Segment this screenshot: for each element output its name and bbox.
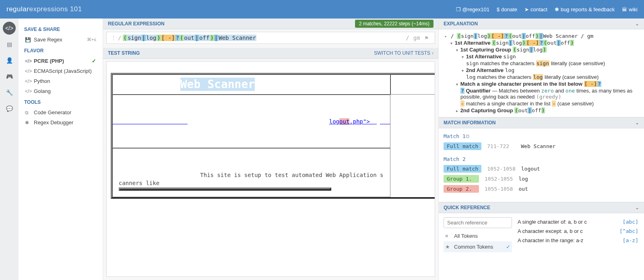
- match-range: 1055-1058: [485, 186, 513, 192]
- tools-header: TOOLS: [24, 99, 97, 105]
- match-range: 1052-1055: [485, 176, 513, 182]
- iconbar-game[interactable]: 🎮: [3, 70, 16, 83]
- check-icon: ✓: [506, 244, 510, 250]
- bug-icon: ✱: [25, 120, 31, 126]
- header-links: ❐@regex101$donate➤contact✱bug reports & …: [456, 6, 638, 12]
- flags-icon[interactable]: ⚑: [423, 35, 431, 41]
- header-link[interactable]: ❐@regex101: [456, 6, 489, 12]
- regex-header: REGULAR EXPRESSION 2 matches, 22222 step…: [103, 19, 438, 29]
- iconbar-editor[interactable]: </>: [3, 22, 16, 35]
- regex-debugger-label: Regex Debugger: [34, 119, 73, 126]
- regex-input-row[interactable]: ⋮ / (sign|log)[ -]?(out|off)|Web Scanner…: [106, 32, 435, 44]
- chevron-down-icon[interactable]: ⌄: [635, 120, 639, 126]
- header-link[interactable]: ✱bug reports & feedback: [555, 6, 615, 12]
- qr-category[interactable]: ≡All Tokens: [444, 231, 512, 241]
- match-info-body: Match 1⧉ Full match711-722Web Scanner Ma…: [439, 128, 644, 197]
- test-string-label: TEST STRING: [108, 50, 140, 56]
- match-range: 1052-1058: [487, 166, 515, 172]
- save-icon: 💾: [25, 37, 31, 43]
- match-badge: Group 1.: [444, 175, 479, 183]
- regex-header-label: REGULAR EXPRESSION: [108, 21, 165, 27]
- iconbar-account[interactable]: 👤: [3, 54, 16, 67]
- match-text: logout: [521, 166, 540, 172]
- chevron-down-icon[interactable]: ⌄: [635, 21, 639, 27]
- code-generator-item[interactable]: ⧉ Code Generator: [24, 107, 97, 117]
- search-reference-input[interactable]: [444, 217, 512, 228]
- flavor-item[interactable]: </>Python: [24, 76, 97, 86]
- iconbar-settings[interactable]: 🔧: [3, 86, 16, 99]
- regex-debugger-item[interactable]: ✱ Regex Debugger: [24, 117, 97, 128]
- logo[interactable]: regularexpressions 101: [6, 5, 82, 13]
- match-row[interactable]: Group 2.1055-1058out: [444, 184, 639, 194]
- explanation-header[interactable]: EXPLANATION ⌄: [439, 19, 644, 29]
- save-shortcut: ⌘+s: [87, 37, 96, 42]
- code-icon: </>: [25, 89, 31, 94]
- save-regex-label: Save Regex: [34, 37, 62, 43]
- match-row[interactable]: Group 1.1052-1055log: [444, 174, 639, 184]
- flavor-item[interactable]: </>PCRE (PHP)✓: [24, 56, 97, 66]
- qr-category[interactable]: ★Common Tokens✓: [444, 241, 512, 252]
- test-string-input[interactable]: Web Scanner Test Site Welcome back Admin…: [106, 61, 435, 277]
- regex-flags[interactable]: gm: [411, 35, 423, 41]
- match-range: 711-722: [487, 143, 515, 149]
- code-icon: </>: [25, 58, 31, 64]
- match-info-header[interactable]: MATCH INFORMATION ⌄: [439, 117, 644, 128]
- regex-pattern-input[interactable]: (sign|log)[ -]?(out|off)|Web Scanner: [123, 35, 404, 41]
- match-text: out: [518, 186, 528, 192]
- link-icon: $: [497, 6, 500, 12]
- app-header: regularexpressions 101 ❐@regex101$donate…: [0, 0, 644, 19]
- regex-menu-icon[interactable]: ⋮: [111, 35, 116, 41]
- header-link[interactable]: $donate: [497, 6, 517, 12]
- save-share-header: SAVE & SHARE: [24, 27, 97, 32]
- check-icon: ✓: [92, 58, 96, 64]
- header-link[interactable]: 🏛wiki: [622, 6, 638, 12]
- header-link[interactable]: ➤contact: [524, 6, 547, 12]
- code-icon: </>: [25, 68, 31, 74]
- logo-part3: 101: [70, 5, 82, 13]
- regex-delimiter-close: /: [404, 35, 411, 41]
- logo-part1: regular: [6, 5, 29, 13]
- match-2-title[interactable]: Match 2: [444, 154, 639, 164]
- category-icon: ≡: [445, 233, 451, 239]
- match-badge: Group 2.: [444, 185, 479, 193]
- right-panel: EXPLANATION ⌄ ▾ / (sign|log)[ -]?(out|of…: [439, 19, 644, 280]
- chevron-down-icon[interactable]: ⌄: [635, 205, 639, 210]
- code-icon: ⧉: [25, 110, 31, 115]
- match-badge: Full match: [444, 142, 481, 150]
- link-icon: ❐: [456, 6, 461, 12]
- regex-delimiter-open: /: [116, 35, 123, 41]
- match-text: log: [518, 176, 528, 182]
- explanation-body: ▾ / (sign|log)[ -]?(out|off)|Web Scanner…: [439, 29, 644, 117]
- logo-part2: expressions: [29, 5, 68, 13]
- sidebar: SAVE & SHARE 💾 Save Regex ⌘+s FLAVOR </>…: [19, 19, 103, 280]
- code-generator-label: Code Generator: [34, 109, 71, 115]
- chevron-right-icon: ›: [432, 50, 433, 56]
- flavor-item[interactable]: </>ECMAScript (JavaScript): [24, 66, 97, 76]
- flavor-item[interactable]: </>Golang: [24, 86, 97, 96]
- link-icon: 🏛: [622, 6, 627, 12]
- iconbar-chat[interactable]: 💬: [3, 102, 16, 115]
- iconbar: </> ▤ 👤 🎮 🔧 💬: [0, 19, 19, 280]
- match-row[interactable]: Full match1052-1058logout: [444, 164, 639, 174]
- match-status-badge: 2 matches, 22222 steps (~14ms): [355, 20, 433, 28]
- qr-item[interactable]: A character except: a, b or c[^abc]: [517, 226, 639, 236]
- qr-item[interactable]: A single character of: a, b or c[abc]: [517, 217, 639, 226]
- link-icon: ✱: [555, 6, 559, 12]
- code-icon: </>: [25, 78, 31, 84]
- iconbar-library[interactable]: ▤: [3, 38, 16, 51]
- center-panel: REGULAR EXPRESSION 2 matches, 22222 step…: [103, 19, 439, 280]
- match-1-title[interactable]: Match 1⧉: [444, 132, 639, 141]
- save-regex-item[interactable]: 💾 Save Regex ⌘+s: [24, 35, 97, 45]
- match-badge: Full match: [444, 165, 481, 173]
- flavor-header: FLAVOR: [24, 48, 97, 54]
- qr-item[interactable]: A character in the range: a-z[a-z]: [517, 236, 639, 245]
- match-row[interactable]: Full match711-722Web Scanner: [444, 141, 639, 151]
- test-string-header: TEST STRING SWITCH TO UNIT TESTS›: [103, 48, 438, 59]
- quick-reference-header[interactable]: QUICK REFERENCE ⌄: [439, 202, 644, 213]
- switch-unit-tests-link[interactable]: SWITCH TO UNIT TESTS›: [374, 50, 433, 56]
- link-icon: ➤: [524, 6, 529, 12]
- match-text: Web Scanner: [521, 143, 555, 149]
- external-link-icon[interactable]: ⧉: [466, 133, 469, 139]
- quick-reference-body: ≡All Tokens★Common Tokens✓ A single char…: [439, 213, 644, 256]
- category-icon: ★: [445, 244, 451, 250]
